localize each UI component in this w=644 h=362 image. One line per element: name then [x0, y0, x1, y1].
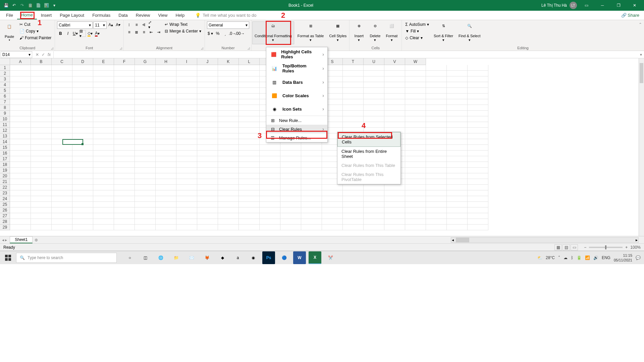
dropbox-icon[interactable]: ◆ [216, 251, 229, 264]
app-icon[interactable]: 🔵 [278, 251, 290, 264]
find-select-button[interactable]: 🔍Find & Select▾ [457, 21, 482, 44]
snip-icon[interactable]: ✂️ [324, 251, 337, 264]
row-header[interactable]: 21 [0, 179, 10, 185]
menu-clear-rules[interactable]: ⊟ Clear Rules› [266, 125, 327, 133]
format-as-table-button[interactable]: ⊞ Format as Table ▾ [296, 21, 326, 44]
tray-expand-icon[interactable]: ˄ [558, 255, 560, 260]
clear-button[interactable]: ◇Clear ▾ [404, 35, 430, 41]
copy-button[interactable]: 📄Copy ▾ [18, 28, 53, 34]
align-top-icon[interactable]: ⫶ [126, 21, 132, 28]
vertical-scrollbar[interactable] [639, 58, 644, 236]
row-header[interactable]: 27 [0, 213, 10, 219]
redo-icon[interactable]: ↷ [19, 2, 25, 9]
increase-indent-icon[interactable]: ⇥ [155, 29, 162, 36]
clear-entire-sheet[interactable]: Clear Rules from Entire Sheet [337, 147, 400, 161]
wrap-text-button[interactable]: ↵Wrap Text [163, 21, 203, 27]
row-header[interactable]: 15 [0, 145, 10, 150]
edge-icon[interactable]: 🌐 [154, 251, 167, 264]
cortana-icon[interactable]: ○ [123, 251, 136, 264]
tab-data[interactable]: Data [114, 11, 131, 19]
conditional-formatting-button[interactable]: 🗂 Conditional Formatting ▾ [252, 21, 294, 44]
column-header[interactable]: W [405, 58, 426, 65]
file-explorer-icon[interactable]: 📁 [170, 251, 182, 264]
menu-new-rule[interactable]: ⊞ New Rule... [266, 116, 327, 125]
row-header[interactable]: 29 [0, 225, 10, 230]
dialog-launcher-icon[interactable]: ◿ [51, 47, 53, 50]
row-header[interactable]: 12 [0, 128, 10, 133]
fx-icon[interactable]: fx [48, 52, 51, 57]
minimize-icon[interactable]: ─ [596, 1, 609, 10]
column-header[interactable]: U [364, 58, 384, 65]
borders-button[interactable]: ⊞ ▾ [79, 30, 86, 37]
row-header[interactable]: 6 [0, 94, 10, 99]
delete-cells-button[interactable]: ⊖Delete▾ [368, 21, 382, 44]
firefox-icon[interactable]: 🦊 [201, 251, 213, 264]
column-header[interactable]: B [31, 58, 52, 65]
format-painter-button[interactable]: 🖌Format Painter [18, 35, 53, 41]
increase-font-icon[interactable]: A▴ [107, 21, 114, 28]
accounting-format-icon[interactable]: $ ▾ [207, 30, 214, 37]
ribbon-display-icon[interactable]: ▭ [580, 1, 593, 10]
active-cell[interactable] [62, 139, 83, 145]
column-header[interactable]: L [239, 58, 260, 65]
paste-button[interactable]: 📋 Paste ▾ [2, 21, 17, 44]
row-header[interactable]: 8 [0, 105, 10, 111]
menu-manage-rules[interactable]: ☰ Manage Rules... [266, 133, 327, 142]
row-header[interactable]: 14 [0, 139, 10, 145]
row-header[interactable]: 23 [0, 190, 10, 196]
qat-customize-icon[interactable]: ▾ [51, 2, 58, 9]
horizontal-scrollbar[interactable]: ◂▸ [451, 237, 639, 243]
underline-button[interactable]: U ▾ [72, 30, 78, 37]
column-header[interactable]: I [176, 58, 197, 65]
percent-format-icon[interactable]: % [214, 30, 221, 37]
name-box[interactable]: D14▾ [1, 51, 32, 58]
tab-review[interactable]: Review [132, 11, 154, 19]
column-header[interactable]: G [135, 58, 156, 65]
row-header[interactable]: 28 [0, 219, 10, 225]
language-indicator[interactable]: ENG [602, 255, 610, 260]
cell-styles-button[interactable]: ▦ Cell Styles ▾ [327, 21, 348, 44]
align-center-icon[interactable]: ≣ [133, 29, 140, 36]
enter-icon[interactable]: ✓ [42, 52, 45, 57]
task-view-icon[interactable]: ◫ [139, 251, 152, 264]
italic-button[interactable]: I [64, 30, 71, 37]
row-header[interactable]: 3 [0, 76, 10, 82]
autosum-button[interactable]: ΣAutoSum ▾ [404, 21, 430, 27]
chrome-icon[interactable]: ◉ [247, 251, 260, 264]
add-sheet-button[interactable]: ⊕ [35, 238, 38, 242]
expand-formula-bar-icon[interactable]: ▾ [638, 52, 644, 57]
temperature[interactable]: 28°C [546, 255, 555, 260]
tell-me-search[interactable]: 💡 Tell me what you want to do [195, 13, 256, 18]
volume-icon[interactable]: 🔊 [593, 255, 598, 260]
row-header[interactable]: 20 [0, 173, 10, 179]
cancel-icon[interactable]: ✕ [36, 52, 39, 57]
align-right-icon[interactable]: ≡ [141, 29, 147, 36]
amazon-icon[interactable]: a [231, 251, 244, 264]
tab-insert[interactable]: Insert [37, 11, 56, 19]
row-header[interactable]: 19 [0, 168, 10, 173]
start-button[interactable] [0, 251, 16, 264]
decrease-font-icon[interactable]: A▾ [115, 21, 121, 28]
row-header[interactable]: 9 [0, 111, 10, 116]
bold-button[interactable]: B [57, 30, 64, 37]
column-header[interactable]: K [218, 58, 239, 65]
select-all-button[interactable] [0, 58, 10, 65]
sheet-tab[interactable]: Sheet1 [10, 236, 33, 243]
tab-view[interactable]: View [154, 11, 171, 19]
decrease-decimal-icon[interactable]: .00→ [236, 30, 243, 37]
menu-highlight-cells[interactable]: 🟥 Highlight Cells Rules› [266, 47, 327, 61]
insert-cells-button[interactable]: ⊕Insert▾ [352, 21, 366, 44]
decrease-indent-icon[interactable]: ⇤ [148, 29, 155, 36]
row-header[interactable]: 7 [0, 99, 10, 105]
tab-home[interactable]: Home [17, 11, 37, 19]
column-header[interactable]: J [197, 58, 218, 65]
onedrive-icon[interactable]: ☁ [564, 255, 568, 260]
taskbar-search[interactable]: 🔍 Type here to search [16, 253, 117, 263]
row-header[interactable]: 24 [0, 196, 10, 202]
row-header[interactable]: 11 [0, 122, 10, 128]
number-format-combo[interactable]: General▾ [207, 21, 249, 29]
notifications-icon[interactable]: 💬 [636, 255, 641, 260]
row-header[interactable]: 10 [0, 116, 10, 122]
merge-center-button[interactable]: ⊟Merge & Center ▾ [163, 28, 203, 34]
clear-selected-cells[interactable]: Clear Rules from Selected Cells [337, 132, 400, 147]
